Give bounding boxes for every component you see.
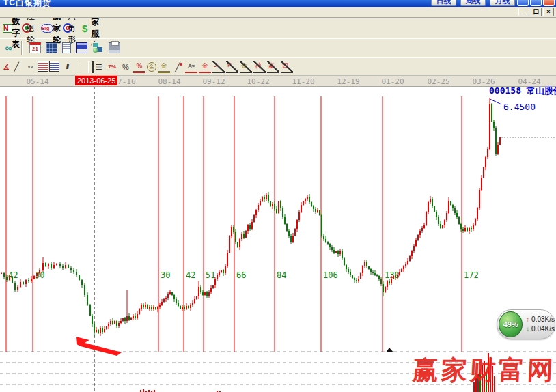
gann-angle-f-icon[interactable]: F — [226, 61, 238, 73]
gann-angle-shen-icon[interactable]: 神 — [253, 61, 266, 73]
gold-circle-icon[interactable]: 金 — [147, 62, 156, 72]
cycle-count-label: 106 — [323, 270, 338, 280]
titlebar-buttons: 日线周线月线 — [431, 0, 515, 6]
download-speed: ↓ 0.04K/s — [526, 324, 555, 334]
fan-lines-tool-icon[interactable]: /// — [61, 61, 73, 73]
title-bar: TC白银期货 日线周线月线 — [0, 0, 556, 7]
draw-tools-toolbar: ∡╱∨∨///≣7%%%金金╱A≈金JF金神赢四 — [0, 57, 556, 76]
chart-area: 42303042516684106138172000158 常山股份6.4500… — [0, 87, 556, 392]
candlestick-chart[interactable]: 42303042516684106138172000158 常山股份6.4500 — [0, 87, 556, 392]
child-minimize-button[interactable]: _ — [518, 8, 529, 16]
date-tick: 10-22 — [247, 77, 269, 86]
brush-tool-icon[interactable]: ╱ — [171, 61, 184, 73]
gann-wheel-icon[interactable]: 江恩轮 — [22, 23, 31, 33]
gann-angle-four-icon[interactable]: 四 — [281, 61, 293, 73]
cycle-lines: 42303042516684106138172 — [6, 96, 479, 352]
separator[interactable] — [77, 61, 89, 73]
notepad-icon[interactable] — [62, 42, 71, 53]
pencil-tool-icon[interactable]: ╱ — [10, 61, 23, 73]
date-tick: 01-20 — [381, 77, 404, 86]
cycle-count-label: 42 — [186, 270, 195, 280]
watermark: 赢家财富网 — [412, 353, 556, 388]
seven-percent-icon[interactable]: 7% — [106, 61, 118, 73]
child-restore-button[interactable]: 口 — [531, 8, 542, 16]
down-arrow-icon: ↓ — [526, 325, 529, 333]
gold-red-icon[interactable]: 金 — [199, 61, 211, 73]
date-tick: 11-20 — [292, 77, 314, 86]
minimize-button[interactable] — [517, 0, 529, 6]
window-title: TC白银期货 — [3, 0, 51, 7]
date-tick: 05-14 — [26, 77, 48, 86]
app-window: { "window": { "title": "TC白银期货", "button… — [0, 0, 556, 392]
date-tick: 03-26 — [472, 77, 495, 86]
cycle-count-label: 84 — [277, 270, 286, 280]
digit-table-icon[interactable]: N T数字表 — [3, 24, 12, 33]
window-controls — [517, 0, 555, 6]
cycle-count-label: 66 — [236, 270, 246, 280]
peak-price-label: 6.4500 — [503, 102, 536, 112]
maximize-button[interactable] — [530, 0, 542, 6]
gann-angle-j-icon[interactable]: J — [212, 61, 225, 73]
percent-lines-icon[interactable]: % — [133, 61, 145, 73]
glasses-icon[interactable]: ∞ — [3, 42, 14, 53]
save-icon[interactable] — [76, 42, 87, 53]
child-window-controls: _口× — [518, 8, 554, 16]
titlebar-button[interactable]: 月线 — [490, 0, 515, 6]
gann-toolbar: N T数字表 江恩轮 Big 赢家轮 六角形 $ 赢家服务 — [0, 18, 556, 38]
gann-angle-gold-icon[interactable]: 金 — [240, 61, 252, 73]
triangle-marker-icon — [386, 348, 393, 352]
network-icon[interactable] — [92, 42, 104, 53]
candles — [1, 98, 501, 337]
up-arrow-icon: ↑ — [526, 316, 529, 323]
wave-tool-icon[interactable]: A≈ — [185, 61, 197, 73]
close-button[interactable] — [543, 0, 555, 6]
date-tick: 02-25 — [427, 77, 449, 86]
menu-strip: _口× — [0, 7, 556, 18]
child-close-button[interactable]: × — [543, 8, 554, 16]
speed-percent-badge: 49% — [499, 311, 523, 337]
titlebar-button[interactable]: 周线 — [460, 0, 486, 6]
cycle-count-label: 30 — [161, 270, 170, 280]
calendar-icon[interactable]: 21 — [29, 42, 41, 53]
hexagon-icon[interactable]: 六角形 — [63, 23, 72, 33]
date-tick: 08-14 — [158, 77, 180, 86]
percent-icon[interactable]: % — [120, 61, 132, 73]
cycle-count-label: 172 — [464, 270, 479, 280]
gann-angle-win-icon[interactable]: 赢 — [267, 61, 279, 73]
date-tick: 12-19 — [337, 77, 359, 86]
winner-wheel-icon[interactable]: Big 赢家轮 — [41, 24, 53, 33]
cycle-count-label: 51 — [206, 270, 215, 280]
network-speed-widget[interactable]: 49% ↑ 0.03K/s ↓ 0.04K/s — [497, 309, 555, 339]
gold-lines-icon[interactable]: 金 — [158, 61, 170, 73]
percent-table-icon[interactable]: ≣ — [92, 61, 105, 73]
zigzag-tool-icon[interactable]: ∨∨ — [24, 61, 36, 73]
separator[interactable] — [21, 41, 23, 55]
date-tick: 04-24 — [518, 77, 540, 86]
titlebar-button[interactable]: 日线 — [431, 0, 456, 6]
printer-icon[interactable] — [109, 42, 120, 53]
upload-speed: ↑ 0.03K/s — [526, 315, 555, 324]
cut-tool-icon[interactable]: ∡ — [3, 61, 9, 73]
blue-grid-tool-icon[interactable] — [49, 61, 59, 72]
calculator-icon[interactable] — [46, 42, 57, 53]
low-point-arrow-icon — [76, 337, 122, 356]
stock-code-name: 000158 常山股份 — [489, 87, 556, 96]
date-tick: 09-12 — [202, 77, 225, 86]
anchor-date-badge: 2013-06-25 — [75, 76, 117, 85]
red-grid-tool-icon[interactable] — [38, 61, 48, 72]
